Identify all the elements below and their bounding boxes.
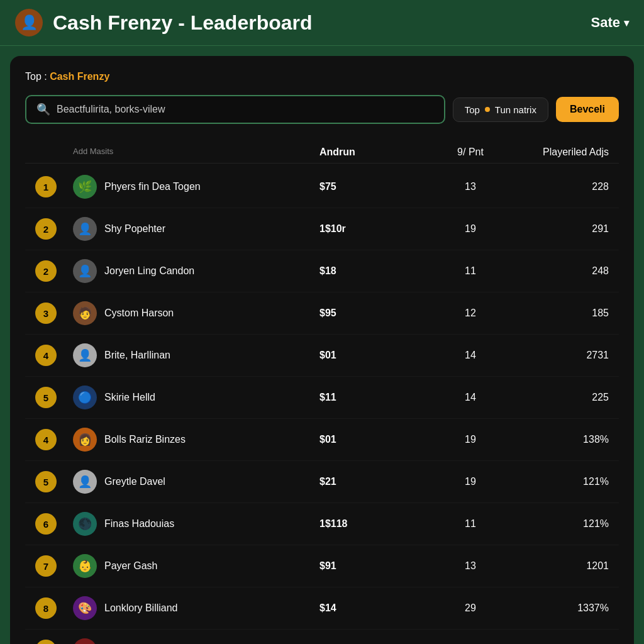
adj-cell: 291 — [508, 223, 609, 235]
player-avatar: 🌑 — [73, 512, 97, 536]
player-cell: 👤 Greytle Davel — [73, 470, 319, 494]
player-avatar: 👤 — [73, 343, 97, 367]
rank-badge: 4 — [35, 429, 57, 450]
rank-cell: 9 — [35, 640, 73, 644]
header-logo: 👤 — [15, 9, 43, 36]
rank-badge: 6 — [35, 513, 57, 535]
points-cell: 13 — [433, 181, 508, 192]
table-row[interactable]: 5 👤 Greytle Davel $21 19 121% — [25, 461, 619, 503]
rank-cell: 5 — [35, 471, 73, 492]
player-name: Joryen Ling Candon — [104, 265, 194, 277]
rank-cell: 3 — [35, 303, 73, 324]
player-avatar: 👤 — [73, 259, 97, 283]
player-avatar: 🎨 — [73, 596, 97, 620]
rank-badge: 9 — [35, 640, 57, 644]
table-row[interactable]: 4 👩 Bolls Rariz Binzes $01 19 138% — [25, 419, 619, 461]
player-avatar: 👤 — [73, 217, 97, 241]
adj-cell: 228 — [508, 181, 609, 192]
search-icon: 🔍 — [36, 103, 50, 116]
player-name: Brite, Harllinan — [104, 350, 170, 361]
rank-cell: 8 — [35, 597, 73, 619]
player-cell: 🔵 Skirie Helld — [73, 386, 319, 409]
table-row[interactable]: 6 🌑 Finas Hadouias 1$118 11 121% — [25, 503, 619, 545]
table-row[interactable]: 2 👤 Joryen Ling Candon $18 11 248 — [25, 250, 619, 292]
filter-sub-label: Tun natrix — [495, 104, 536, 115]
table-row[interactable]: 1 🌿 Phyers fin Dea Togen $75 13 228 — [25, 166, 619, 208]
player-name: Skirie Helld — [104, 392, 155, 403]
rank-cell: 5 — [35, 387, 73, 408]
adj-cell: 185 — [508, 308, 609, 319]
header: 👤 Cash Frenzy - Leaderboard Sate ▾ — [0, 0, 644, 46]
amount-cell: $11 — [319, 392, 433, 403]
header-action-label: Sate — [591, 14, 620, 31]
player-avatar: 🔵 — [73, 386, 97, 409]
adj-cell: 121% — [508, 476, 609, 487]
col-header-amount: Andrun — [319, 147, 433, 158]
player-cell: 🌑 Finas Hadouias — [73, 512, 319, 536]
player-avatar: 🌿 — [73, 175, 97, 199]
amount-cell: 1$118 — [319, 518, 433, 530]
points-cell: 14 — [433, 350, 508, 361]
player-avatar: 😊 — [73, 638, 97, 644]
col-header-adj: Playeriled Adjs — [508, 147, 609, 158]
player-avatar: 🧑 — [73, 301, 97, 325]
amount-cell: $01 — [319, 350, 433, 361]
rank-badge: 8 — [35, 597, 57, 619]
table-row[interactable]: 3 🧑 Cystom Harson $95 12 185 — [25, 292, 619, 335]
breadcrumb-highlight: Cash Frenzy — [50, 71, 109, 82]
header-action-button[interactable]: Sate ▾ — [591, 14, 629, 31]
points-cell: 12 — [433, 308, 508, 319]
rank-badge: 1 — [35, 176, 57, 197]
search-row: 🔍 Top Tun natrix Bevceli — [25, 95, 619, 124]
rank-cell: 6 — [35, 513, 73, 535]
amount-cell: $01 — [319, 434, 433, 445]
amount-cell: $18 — [319, 265, 433, 277]
main-container: Top : Cash Frenzy 🔍 Top Tun natrix Bevce… — [10, 56, 634, 644]
player-cell: 😊 Cliraty Baly Rogern — [73, 638, 319, 644]
col-header-name: Add Masits — [73, 147, 319, 158]
table-row[interactable]: 9 😊 Cliraty Baly Rogern $91 13 1231% — [25, 630, 619, 644]
player-cell: 👶 Payer Gash — [73, 554, 319, 578]
adj-cell: 225 — [508, 392, 609, 403]
rank-cell: 2 — [35, 218, 73, 240]
points-cell: 19 — [433, 476, 508, 487]
amount-cell: $95 — [319, 308, 433, 319]
table-body: 1 🌿 Phyers fin Dea Togen $75 13 228 2 👤 … — [25, 166, 619, 644]
table-row[interactable]: 8 🎨 Lonklory Billiand $14 29 1337% — [25, 587, 619, 630]
player-name: Finas Hadouias — [104, 518, 174, 530]
rank-badge: 7 — [35, 555, 57, 577]
player-name: Payer Gash — [104, 560, 157, 572]
leaderboard-table: Add Masits Andrun 9/ Pnt Playeriled Adjs… — [25, 142, 619, 644]
filter-dropdown[interactable]: Top Tun natrix — [453, 97, 548, 122]
search-input[interactable] — [57, 104, 434, 115]
rank-badge: 2 — [35, 260, 57, 282]
table-row[interactable]: 2 👤 Shy Popehter 1$10r 19 291 — [25, 208, 619, 250]
adj-cell: 1337% — [508, 602, 609, 614]
player-name: Shy Popehter — [104, 223, 165, 235]
rank-badge: 5 — [35, 387, 57, 408]
col-header-points: 9/ Pnt — [433, 147, 508, 158]
amount-cell: $75 — [319, 181, 433, 192]
adj-cell: 138% — [508, 434, 609, 445]
header-title: Cash Frenzy - Leaderboard — [53, 11, 591, 35]
points-cell: 11 — [433, 518, 508, 530]
adj-cell: 248 — [508, 265, 609, 277]
bevcel-button[interactable]: Bevceli — [556, 97, 619, 122]
player-avatar: 👩 — [73, 428, 97, 452]
player-name: Greytle Davel — [104, 476, 165, 487]
player-cell: 🧑 Cystom Harson — [73, 301, 319, 325]
amount-cell: $21 — [319, 476, 433, 487]
table-row[interactable]: 7 👶 Payer Gash $91 13 1201 — [25, 545, 619, 587]
player-name: Phyers fin Dea Togen — [104, 181, 201, 192]
points-cell: 11 — [433, 265, 508, 277]
table-row[interactable]: 4 👤 Brite, Harllinan $01 14 2731 — [25, 335, 619, 377]
points-cell: 14 — [433, 392, 508, 403]
player-cell: 👤 Shy Popehter — [73, 217, 319, 241]
rank-cell: 2 — [35, 260, 73, 282]
points-cell: 29 — [433, 602, 508, 614]
player-cell: 👩 Bolls Rariz Binzes — [73, 428, 319, 452]
adj-cell: 1201 — [508, 560, 609, 572]
player-name: Lonklory Billiand — [104, 602, 178, 614]
amount-cell: $91 — [319, 560, 433, 572]
table-row[interactable]: 5 🔵 Skirie Helld $11 14 225 — [25, 377, 619, 419]
